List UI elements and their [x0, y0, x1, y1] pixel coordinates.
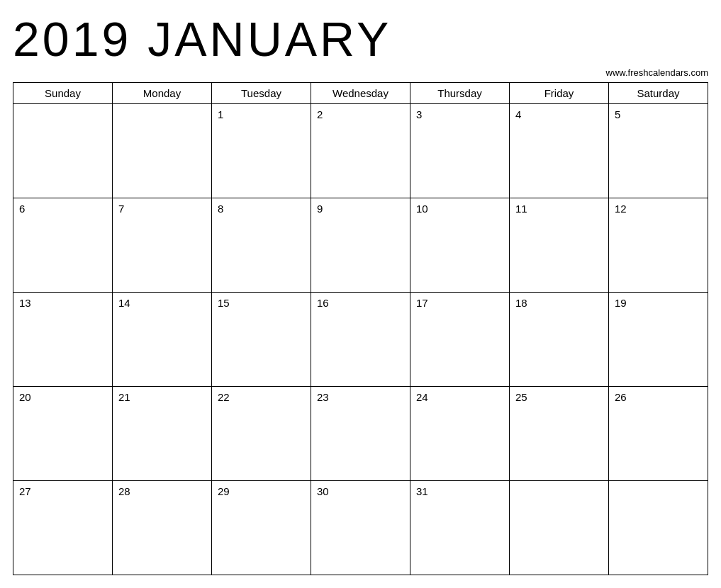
day-of-week-header: Friday [510, 82, 609, 103]
calendar-day-cell: 12 [609, 198, 708, 292]
day-number: 10 [416, 203, 503, 215]
header-section: 2019 JANUARY www.freshcalendars.com [13, 13, 708, 79]
calendar-day-cell: 28 [113, 480, 212, 575]
day-of-week-header: Thursday [410, 82, 510, 103]
calendar-day-cell: 17 [410, 292, 510, 386]
day-of-week-header: Wednesday [311, 82, 410, 103]
calendar-day-cell: 16 [311, 292, 410, 386]
calendar-day-cell: 20 [13, 386, 113, 480]
day-number: 16 [317, 297, 404, 309]
calendar-day-cell [510, 480, 609, 575]
day-number: 9 [317, 203, 404, 215]
calendar-table: SundayMondayTuesdayWednesdayThursdayFrid… [13, 82, 708, 575]
day-number: 22 [218, 391, 305, 403]
day-number: 18 [515, 297, 603, 309]
calendar-day-cell: 25 [510, 386, 609, 480]
calendar-day-cell: 22 [212, 386, 311, 480]
calendar-week-row: 13141516171819 [13, 292, 708, 386]
day-number: 11 [515, 203, 603, 215]
calendar-day-cell: 7 [113, 198, 212, 292]
calendar-day-cell: 27 [13, 480, 113, 575]
calendar-day-cell: 10 [410, 198, 510, 292]
day-of-week-header: Tuesday [212, 82, 311, 103]
day-number: 23 [317, 391, 404, 403]
calendar-day-cell: 30 [311, 480, 410, 575]
day-of-week-header: Sunday [13, 82, 113, 103]
day-number: 24 [416, 391, 503, 403]
calendar-day-cell: 5 [609, 103, 708, 198]
day-number: 7 [118, 203, 206, 215]
calendar-day-cell: 29 [212, 480, 311, 575]
calendar-week-row: 6789101112 [13, 198, 708, 292]
calendar-day-cell: 26 [609, 386, 708, 480]
day-number: 12 [615, 203, 702, 215]
calendar-day-cell: 18 [510, 292, 609, 386]
calendar-day-cell: 21 [113, 386, 212, 480]
calendar-day-cell: 19 [609, 292, 708, 386]
calendar-day-cell: 24 [410, 386, 510, 480]
calendar-day-cell [13, 103, 113, 198]
day-number: 15 [218, 297, 305, 309]
calendar-day-cell: 11 [510, 198, 609, 292]
calendar-day-cell: 15 [212, 292, 311, 386]
day-number: 28 [118, 485, 206, 497]
calendar-day-cell: 3 [410, 103, 510, 198]
day-number: 8 [218, 203, 305, 215]
day-number: 26 [615, 391, 702, 403]
day-number: 25 [515, 391, 603, 403]
day-number: 1 [218, 108, 305, 120]
calendar-week-row: 12345 [13, 103, 708, 198]
day-number: 21 [118, 391, 206, 403]
day-number: 30 [317, 485, 404, 497]
day-number: 27 [19, 485, 106, 497]
website-url: www.freshcalendars.com [13, 67, 708, 78]
calendar-day-cell: 23 [311, 386, 410, 480]
day-number: 31 [416, 485, 503, 497]
calendar-header-row: SundayMondayTuesdayWednesdayThursdayFrid… [13, 82, 708, 103]
day-number: 3 [416, 108, 503, 120]
calendar-day-cell: 4 [510, 103, 609, 198]
calendar-day-cell: 1 [212, 103, 311, 198]
day-number: 14 [118, 297, 206, 309]
day-number: 29 [218, 485, 305, 497]
day-of-week-header: Saturday [609, 82, 708, 103]
calendar-day-cell: 8 [212, 198, 311, 292]
day-number: 5 [615, 108, 702, 120]
calendar-day-cell: 6 [13, 198, 113, 292]
day-number: 13 [19, 297, 106, 309]
calendar-day-cell [113, 103, 212, 198]
calendar-week-row: 2728293031 [13, 480, 708, 575]
day-number: 20 [19, 391, 106, 403]
day-number: 19 [615, 297, 702, 309]
day-of-week-header: Monday [113, 82, 212, 103]
calendar-day-cell: 9 [311, 198, 410, 292]
calendar-day-cell: 14 [113, 292, 212, 386]
day-number: 4 [515, 108, 603, 120]
day-number: 6 [19, 203, 106, 215]
calendar-week-row: 20212223242526 [13, 386, 708, 480]
calendar-title: 2019 JANUARY [13, 13, 708, 66]
calendar-day-cell: 2 [311, 103, 410, 198]
calendar-day-cell [609, 480, 708, 575]
calendar-day-cell: 31 [410, 480, 510, 575]
day-number: 17 [416, 297, 503, 309]
day-number: 2 [317, 108, 404, 120]
calendar-day-cell: 13 [13, 292, 113, 386]
